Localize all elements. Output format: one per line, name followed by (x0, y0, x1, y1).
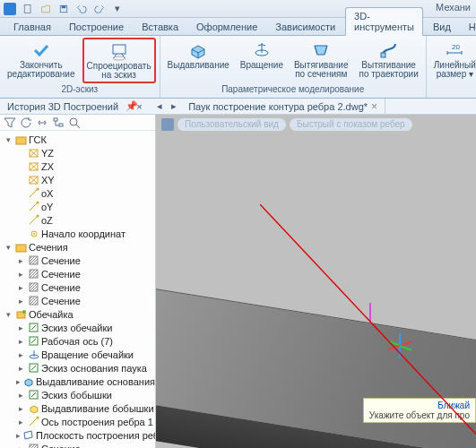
3d-viewport[interactable]: Пользовательский вид Быстрый с показом р… (156, 115, 476, 448)
tree-node[interactable]: ▾Сечения (0, 240, 155, 254)
qat-redo-icon[interactable] (93, 3, 106, 15)
view-next-icon[interactable]: ▸ (167, 99, 181, 114)
svg-point-19 (36, 188, 39, 191)
svg-rect-15 (16, 137, 26, 144)
tree-node[interactable]: ▾ГСК (0, 133, 155, 146)
origin-gizmo (386, 332, 413, 358)
dim-icon: 20 (445, 40, 464, 60)
tab-4[interactable]: Зависимости (267, 19, 343, 35)
ribbon-loft-button[interactable]: Вытягивание по сечениям (290, 38, 352, 82)
tree-label: Вращение обечайки (41, 349, 134, 360)
crumb-style[interactable]: Быстрый с показом ребер (290, 118, 412, 131)
expand-icon[interactable]: ▸ (16, 256, 25, 265)
qat-more-icon[interactable]: ▾ (111, 3, 124, 15)
tree-node[interactable]: ▸Вращение обечайки (0, 348, 155, 361)
plane-icon (27, 147, 39, 159)
tree-label: YZ (41, 148, 54, 159)
tree-label: Сечение (41, 444, 81, 449)
tree-node[interactable]: oX (0, 186, 155, 200)
tree-node[interactable]: YZ (0, 146, 155, 159)
tab-5[interactable]: 3D-инструменты (345, 7, 423, 36)
expand-icon[interactable]: ▸ (16, 418, 25, 426)
tree-node[interactable]: ▸Рабочая ось (7) (0, 334, 155, 348)
ribbon-finish-button[interactable]: Закончить редактирование (4, 38, 79, 82)
tab-2[interactable]: Вставка (134, 19, 186, 35)
file-tab[interactable]: Паук построение контура ребра 2.dwg* × (181, 99, 385, 115)
ribbon-dim-button[interactable]: 20Линейный размер ▾ (430, 38, 476, 82)
tree-node[interactable]: ▸Эскиз основания паука (0, 361, 155, 375)
ribbon-sweep-button[interactable]: Вытягивание по траектории (355, 38, 421, 82)
tree-node[interactable]: ▸Выдавливание бобышки (0, 401, 155, 415)
svg-rect-2 (62, 5, 66, 8)
tree-node[interactable]: ▸Сечение (0, 280, 155, 294)
tree-node[interactable]: ▸Эскиз бобышки (0, 388, 155, 401)
ribbon-extrude-button[interactable]: Выдавливание (164, 38, 233, 73)
tree-node[interactable]: Начало координат (0, 227, 155, 240)
expand-icon[interactable]: ▸ (16, 283, 25, 292)
tree-node[interactable]: oY (0, 200, 155, 213)
tree-node[interactable]: ▸Эскиз обечайки (0, 321, 155, 334)
link-icon[interactable] (36, 116, 48, 129)
expand-icon[interactable]: ▸ (16, 444, 25, 449)
expand-icon[interactable]: ▸ (16, 297, 25, 306)
tree-node[interactable]: ZX (0, 159, 155, 173)
svg-point-4 (113, 56, 125, 60)
tree-label: Выдавливание основания паук (36, 376, 155, 387)
collapse-icon[interactable]: ▾ (4, 310, 13, 319)
tree-node[interactable]: ▸Выдавливание основания паук (0, 375, 155, 388)
tab-0[interactable]: Главная (5, 19, 59, 35)
sidebar-toolbar (0, 115, 155, 131)
view-prev-icon[interactable]: ◂ (152, 99, 167, 114)
expand-icon[interactable]: ▸ (16, 404, 25, 413)
ribbon-revolve-button[interactable]: Вращение (237, 38, 287, 73)
file-tab-close-icon[interactable]: × (371, 100, 377, 113)
qat-new-icon[interactable] (22, 3, 34, 15)
svg-rect-12 (54, 118, 57, 121)
hint-line2: Укажите объект для про (369, 410, 470, 420)
expand-icon[interactable]: ▸ (16, 364, 25, 373)
tree-node[interactable]: oZ (0, 213, 155, 227)
ribbon-label: Вращение (240, 61, 283, 70)
tab-1[interactable]: Построение (61, 19, 132, 35)
tree-node[interactable]: ▸Сечение (0, 254, 155, 267)
origin-icon (27, 228, 39, 240)
collapse-icon[interactable]: ▾ (4, 243, 13, 252)
tree-icon[interactable] (52, 116, 65, 129)
tree-label: Обечайка (29, 309, 74, 320)
expand-icon[interactable]: ▸ (16, 431, 21, 440)
tree-node[interactable]: ▸Сечение (0, 294, 155, 307)
qat-open-icon[interactable] (39, 3, 52, 15)
tree-node[interactable]: ▸Сечение (0, 442, 155, 448)
search-icon[interactable] (68, 116, 81, 129)
tree-node[interactable]: ▸Ось построения ребра 1 (0, 415, 155, 428)
feature-tree[interactable]: ▾ГСКYZZXXYoXoYoZНачало координат▾Сечения… (0, 131, 155, 448)
tab-7[interactable]: Настройки (461, 19, 476, 35)
expand-icon[interactable]: ▸ (16, 270, 25, 279)
axis-icon (27, 187, 39, 200)
tree-node[interactable]: ▾Обечайка (0, 307, 155, 321)
expand-icon[interactable]: ▸ (16, 391, 25, 400)
tree-node[interactable]: ▸Плоскость построения ребра 1 (0, 428, 155, 442)
ribbon-project-button[interactable]: Спроецировать на эскиз (82, 38, 156, 83)
crumb-view[interactable]: Пользовательский вид (177, 118, 286, 131)
tree-label: Плоскость построения ребра 1 (36, 430, 155, 441)
group-label: 2D-эскиз (61, 84, 98, 96)
close-panel-icon[interactable]: × (136, 101, 147, 112)
tree-node[interactable]: XY (0, 173, 155, 186)
home-icon[interactable] (161, 118, 174, 131)
pin-icon[interactable]: 📌 (125, 100, 136, 112)
tab-3[interactable]: Оформление (188, 19, 265, 35)
expand-icon[interactable]: ▸ (16, 350, 25, 359)
filter-icon[interactable] (4, 116, 16, 129)
expand-icon[interactable]: ▸ (16, 323, 25, 332)
expand-icon[interactable]: ▸ (16, 377, 21, 386)
tree-label: oY (41, 202, 53, 212)
tab-6[interactable]: Вид (425, 19, 459, 35)
history-title: История 3D Построений (0, 101, 125, 112)
qat-save-icon[interactable] (57, 3, 70, 15)
qat-undo-icon[interactable] (75, 3, 88, 15)
collapse-icon[interactable]: ▾ (4, 135, 13, 144)
refresh-icon[interactable] (20, 116, 32, 129)
expand-icon[interactable]: ▸ (16, 337, 25, 346)
tree-node[interactable]: ▸Сечение (0, 267, 155, 280)
